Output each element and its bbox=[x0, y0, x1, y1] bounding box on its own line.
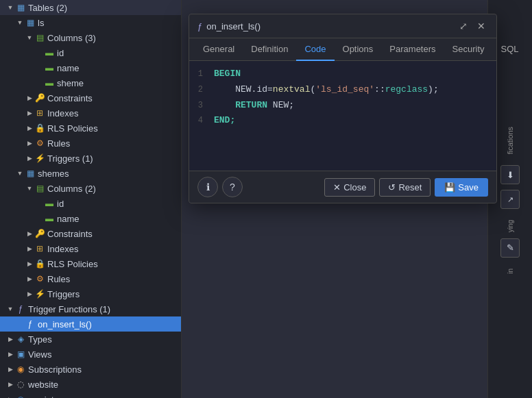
help-button[interactable]: ? bbox=[222, 177, 243, 197]
code-line-2: 2 NEW.id=nextval('ls_id_seq'::regclass); bbox=[189, 82, 496, 98]
reset-label: Reset bbox=[398, 182, 422, 192]
chevron-icon: ▶ bbox=[25, 108, 34, 118]
func-title-icon: ƒ bbox=[197, 21, 202, 32]
sidebar-item-tables[interactable]: ▼ ▦ Tables (2) bbox=[0, 0, 181, 15]
constraints-ls-label: Constraints bbox=[47, 93, 93, 103]
ls-label: ls bbox=[38, 18, 44, 28]
tab-security[interactable]: Security bbox=[444, 38, 493, 61]
sidebar-item-constraints-sh[interactable]: ▶ 🔑 Constraints bbox=[0, 226, 181, 241]
sidebar-item-name2[interactable]: ▶ ▬ name bbox=[0, 211, 181, 226]
modal-overlay: ƒ on_insert_ls() ⤢ ✕ General Definition … bbox=[182, 0, 487, 398]
line-num-4: 4 bbox=[189, 114, 211, 127]
sidebar-item-name[interactable]: ▶ ▬ name bbox=[0, 60, 181, 75]
download-icon: ⬇ bbox=[507, 170, 514, 180]
sidebar-item-rls-ls[interactable]: ▶ 🔒 RLS Policies bbox=[0, 121, 181, 136]
wp-inter-label: wp_inter bbox=[28, 395, 62, 399]
views-icon: ▣ bbox=[15, 349, 26, 360]
chevron-icon: ▼ bbox=[25, 184, 34, 193]
expand-button[interactable]: ⤢ bbox=[457, 20, 470, 32]
code-line-1: 1 BEGIN bbox=[189, 66, 496, 82]
code-content-1: BEGIN bbox=[211, 67, 496, 82]
sidebar-item-triggers-ls[interactable]: ▶ ⚡ Triggers (1) bbox=[0, 151, 181, 166]
rls-ls-label: RLS Policies bbox=[47, 123, 98, 134]
sidebar-item-ls[interactable]: ▼ ▦ ls bbox=[0, 15, 181, 30]
notifications-label: fications bbox=[506, 127, 514, 154]
close-modal-button[interactable]: ✕ Close bbox=[324, 178, 375, 197]
sidebar-item-views[interactable]: ▶ ▣ Views bbox=[0, 347, 181, 362]
sidebar-item-constraints-ls[interactable]: ▶ 🔑 Constraints bbox=[0, 90, 181, 105]
col-name2-label: name bbox=[57, 214, 80, 224]
col-name-label: name bbox=[57, 63, 80, 73]
chevron-icon: ▼ bbox=[5, 3, 15, 12]
status-text: ying bbox=[507, 220, 514, 232]
sidebar-item-triggers-sh[interactable]: ▶ ⚡ Triggers bbox=[0, 286, 181, 301]
save-label: Save bbox=[458, 182, 479, 192]
sidebar-item-indexes-ls[interactable]: ▶ ⊞ Indexes bbox=[0, 105, 181, 121]
sidebar-item-id[interactable]: ▶ ▬ id bbox=[0, 45, 181, 60]
sidebar-item-website[interactable]: ▶ ◌ website bbox=[0, 377, 181, 392]
tab-definition[interactable]: Definition bbox=[243, 38, 296, 61]
tab-sql[interactable]: SQL bbox=[493, 38, 527, 61]
modal-controls: ⤢ ✕ bbox=[457, 20, 488, 32]
sidebar-item-rules-sh[interactable]: ▶ ⚙ Rules bbox=[0, 271, 181, 286]
constraint-icon: 🔑 bbox=[34, 92, 45, 103]
code-content-2: NEW.id=nextval('ls_id_seq'::regclass); bbox=[211, 83, 496, 97]
sidebar-item-rules-ls[interactable]: ▶ ⚙ Rules bbox=[0, 136, 181, 151]
columns-sh-icon: ▤ bbox=[34, 183, 45, 194]
shemes-label: shemes bbox=[38, 169, 69, 179]
sidebar-item-indexes-sh[interactable]: ▶ ⊞ Indexes bbox=[0, 241, 181, 256]
sidebar-item-on-insert-ls[interactable]: ▶ ƒ on_insert_ls() bbox=[0, 316, 181, 332]
reset-icon: ↺ bbox=[388, 182, 396, 192]
chevron-icon: ▼ bbox=[15, 169, 25, 178]
chevron-icon: ▼ bbox=[25, 33, 34, 42]
tab-parameters[interactable]: Parameters bbox=[381, 38, 444, 61]
info-button[interactable]: ℹ bbox=[197, 177, 218, 197]
footer-left: ℹ ? bbox=[197, 177, 243, 197]
website-icon: ◌ bbox=[15, 379, 26, 390]
close-button[interactable]: ✕ bbox=[474, 20, 488, 32]
chart-button[interactable]: ↗ bbox=[500, 190, 520, 209]
modal-tabs: General Definition Code Options Paramete… bbox=[189, 38, 496, 61]
modal-title-text: on_insert_ls() bbox=[206, 21, 261, 32]
modal-dialog: ƒ on_insert_ls() ⤢ ✕ General Definition … bbox=[189, 14, 497, 203]
edit-button[interactable]: ✎ bbox=[500, 238, 520, 258]
sidebar-item-columns-shemes[interactable]: ▼ ▤ Columns (2) bbox=[0, 181, 181, 196]
chevron-icon: ▶ bbox=[5, 380, 15, 389]
sidebar-item-id2[interactable]: ▶ ▬ id bbox=[0, 196, 181, 211]
columns-sh-label: Columns (2) bbox=[47, 184, 96, 194]
sidebar-item-types[interactable]: ▶ ◈ Types bbox=[0, 332, 181, 347]
triggers-sh-label: Triggers bbox=[47, 289, 80, 299]
trigger-functions-label: Trigger Functions (1) bbox=[28, 304, 110, 314]
sidebar-item-shemes[interactable]: ▼ ▦ shemes bbox=[0, 166, 181, 181]
col2-icon: ▬ bbox=[44, 213, 55, 224]
code-editor[interactable]: 1 BEGIN 2 NEW.id=nextval('ls_id_seq'::re… bbox=[189, 61, 496, 171]
chevron-icon: ▶ bbox=[25, 138, 34, 148]
chevron-icon: ▶ bbox=[25, 289, 34, 299]
col2-icon: ▬ bbox=[44, 198, 55, 209]
chevron-icon: ▼ bbox=[15, 18, 25, 27]
tab-general[interactable]: General bbox=[195, 38, 243, 61]
chevron-icon: ▶ bbox=[5, 395, 15, 398]
reset-button[interactable]: ↺ Reset bbox=[379, 178, 431, 197]
save-button[interactable]: 💾 Save bbox=[435, 178, 488, 197]
download-button[interactable]: ⬇ bbox=[500, 165, 520, 184]
tab-code[interactable]: Code bbox=[296, 38, 334, 61]
sidebar-item-subscriptions[interactable]: ▶ ◉ Subscriptions bbox=[0, 362, 181, 377]
website-label: website bbox=[28, 380, 58, 390]
sidebar-item-trigger-functions[interactable]: ▼ ƒ Trigger Functions (1) bbox=[0, 301, 181, 316]
close-label: Close bbox=[343, 182, 366, 192]
chevron-icon: ▶ bbox=[5, 349, 15, 359]
ls-table-icon: ▦ bbox=[25, 17, 36, 28]
modal-footer: ℹ ? ✕ Close ↺ Reset 💾 bbox=[189, 171, 496, 203]
tab-options[interactable]: Options bbox=[335, 38, 382, 61]
columns-ls-label: Columns (3) bbox=[47, 33, 96, 43]
constraints-sh-label: Constraints bbox=[47, 229, 93, 239]
columns-icon: ▤ bbox=[34, 32, 45, 43]
chevron-icon: ▼ bbox=[5, 304, 15, 314]
chevron-icon: ▶ bbox=[25, 274, 34, 284]
sidebar-item-rls-sh[interactable]: ▶ 🔒 RLS Policies bbox=[0, 256, 181, 271]
edit-icon: ✎ bbox=[507, 242, 514, 253]
sidebar-item-wp-inter[interactable]: ▶ ◉ wp_inter bbox=[0, 392, 181, 398]
sidebar-item-columns-ls[interactable]: ▼ ▤ Columns (3) bbox=[0, 30, 181, 45]
sidebar-item-sheme[interactable]: ▶ ▬ sheme bbox=[0, 75, 181, 90]
